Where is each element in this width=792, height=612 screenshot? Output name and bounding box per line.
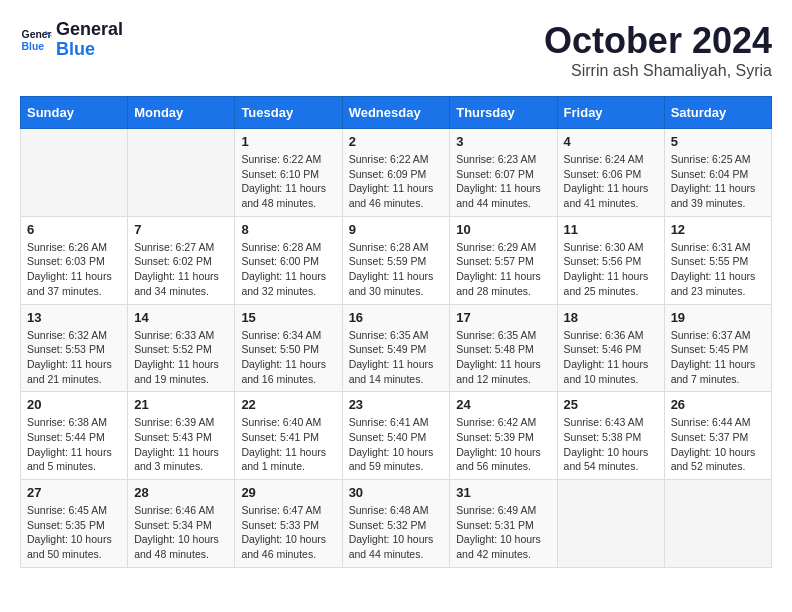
day-detail: Sunrise: 6:29 AM Sunset: 5:57 PM Dayligh… (456, 240, 550, 299)
day-detail: Sunrise: 6:28 AM Sunset: 5:59 PM Dayligh… (349, 240, 444, 299)
svg-text:Blue: Blue (22, 40, 45, 51)
title-block: October 2024 Sirrin ash Shamaliyah, Syri… (544, 20, 772, 80)
day-number: 29 (241, 485, 335, 500)
day-number: 3 (456, 134, 550, 149)
day-number: 25 (564, 397, 658, 412)
day-detail: Sunrise: 6:48 AM Sunset: 5:32 PM Dayligh… (349, 503, 444, 562)
day-number: 21 (134, 397, 228, 412)
calendar-cell (128, 129, 235, 217)
calendar-cell: 29Sunrise: 6:47 AM Sunset: 5:33 PM Dayli… (235, 480, 342, 568)
logo-text-general: General (56, 20, 123, 40)
day-number: 18 (564, 310, 658, 325)
calendar-cell: 3Sunrise: 6:23 AM Sunset: 6:07 PM Daylig… (450, 129, 557, 217)
calendar-header-row: SundayMondayTuesdayWednesdayThursdayFrid… (21, 97, 772, 129)
day-detail: Sunrise: 6:37 AM Sunset: 5:45 PM Dayligh… (671, 328, 765, 387)
calendar-cell: 27Sunrise: 6:45 AM Sunset: 5:35 PM Dayli… (21, 480, 128, 568)
calendar-cell: 4Sunrise: 6:24 AM Sunset: 6:06 PM Daylig… (557, 129, 664, 217)
page-header: General Blue General Blue October 2024 S… (20, 20, 772, 80)
day-detail: Sunrise: 6:49 AM Sunset: 5:31 PM Dayligh… (456, 503, 550, 562)
day-detail: Sunrise: 6:41 AM Sunset: 5:40 PM Dayligh… (349, 415, 444, 474)
day-detail: Sunrise: 6:43 AM Sunset: 5:38 PM Dayligh… (564, 415, 658, 474)
day-number: 31 (456, 485, 550, 500)
day-number: 14 (134, 310, 228, 325)
calendar-cell: 10Sunrise: 6:29 AM Sunset: 5:57 PM Dayli… (450, 216, 557, 304)
location-subtitle: Sirrin ash Shamaliyah, Syria (544, 62, 772, 80)
day-number: 30 (349, 485, 444, 500)
day-detail: Sunrise: 6:46 AM Sunset: 5:34 PM Dayligh… (134, 503, 228, 562)
day-number: 24 (456, 397, 550, 412)
calendar-cell: 25Sunrise: 6:43 AM Sunset: 5:38 PM Dayli… (557, 392, 664, 480)
calendar-cell: 12Sunrise: 6:31 AM Sunset: 5:55 PM Dayli… (664, 216, 771, 304)
day-detail: Sunrise: 6:28 AM Sunset: 6:00 PM Dayligh… (241, 240, 335, 299)
day-detail: Sunrise: 6:47 AM Sunset: 5:33 PM Dayligh… (241, 503, 335, 562)
day-number: 6 (27, 222, 121, 237)
weekday-header: Friday (557, 97, 664, 129)
day-detail: Sunrise: 6:45 AM Sunset: 5:35 PM Dayligh… (27, 503, 121, 562)
calendar-cell: 18Sunrise: 6:36 AM Sunset: 5:46 PM Dayli… (557, 304, 664, 392)
weekday-header: Thursday (450, 97, 557, 129)
day-detail: Sunrise: 6:22 AM Sunset: 6:10 PM Dayligh… (241, 152, 335, 211)
day-number: 8 (241, 222, 335, 237)
day-detail: Sunrise: 6:26 AM Sunset: 6:03 PM Dayligh… (27, 240, 121, 299)
svg-text:General: General (22, 29, 52, 40)
calendar-cell: 14Sunrise: 6:33 AM Sunset: 5:52 PM Dayli… (128, 304, 235, 392)
calendar-cell: 28Sunrise: 6:46 AM Sunset: 5:34 PM Dayli… (128, 480, 235, 568)
calendar-cell: 19Sunrise: 6:37 AM Sunset: 5:45 PM Dayli… (664, 304, 771, 392)
calendar-cell: 5Sunrise: 6:25 AM Sunset: 6:04 PM Daylig… (664, 129, 771, 217)
calendar-cell: 8Sunrise: 6:28 AM Sunset: 6:00 PM Daylig… (235, 216, 342, 304)
logo: General Blue General Blue (20, 20, 123, 60)
day-number: 13 (27, 310, 121, 325)
day-number: 5 (671, 134, 765, 149)
calendar-cell: 7Sunrise: 6:27 AM Sunset: 6:02 PM Daylig… (128, 216, 235, 304)
calendar-cell: 21Sunrise: 6:39 AM Sunset: 5:43 PM Dayli… (128, 392, 235, 480)
day-number: 23 (349, 397, 444, 412)
calendar-cell: 24Sunrise: 6:42 AM Sunset: 5:39 PM Dayli… (450, 392, 557, 480)
calendar-cell (21, 129, 128, 217)
day-detail: Sunrise: 6:38 AM Sunset: 5:44 PM Dayligh… (27, 415, 121, 474)
weekday-header: Tuesday (235, 97, 342, 129)
day-number: 12 (671, 222, 765, 237)
weekday-header: Monday (128, 97, 235, 129)
month-title: October 2024 (544, 20, 772, 62)
day-detail: Sunrise: 6:44 AM Sunset: 5:37 PM Dayligh… (671, 415, 765, 474)
calendar-cell (664, 480, 771, 568)
day-number: 2 (349, 134, 444, 149)
day-number: 16 (349, 310, 444, 325)
calendar-cell: 6Sunrise: 6:26 AM Sunset: 6:03 PM Daylig… (21, 216, 128, 304)
day-number: 27 (27, 485, 121, 500)
day-detail: Sunrise: 6:31 AM Sunset: 5:55 PM Dayligh… (671, 240, 765, 299)
day-detail: Sunrise: 6:32 AM Sunset: 5:53 PM Dayligh… (27, 328, 121, 387)
calendar-cell (557, 480, 664, 568)
calendar-cell: 26Sunrise: 6:44 AM Sunset: 5:37 PM Dayli… (664, 392, 771, 480)
day-number: 9 (349, 222, 444, 237)
day-detail: Sunrise: 6:22 AM Sunset: 6:09 PM Dayligh… (349, 152, 444, 211)
day-number: 19 (671, 310, 765, 325)
day-number: 10 (456, 222, 550, 237)
calendar-cell: 1Sunrise: 6:22 AM Sunset: 6:10 PM Daylig… (235, 129, 342, 217)
calendar-cell: 13Sunrise: 6:32 AM Sunset: 5:53 PM Dayli… (21, 304, 128, 392)
calendar-cell: 11Sunrise: 6:30 AM Sunset: 5:56 PM Dayli… (557, 216, 664, 304)
day-detail: Sunrise: 6:40 AM Sunset: 5:41 PM Dayligh… (241, 415, 335, 474)
day-number: 4 (564, 134, 658, 149)
calendar-week-row: 27Sunrise: 6:45 AM Sunset: 5:35 PM Dayli… (21, 480, 772, 568)
day-detail: Sunrise: 6:24 AM Sunset: 6:06 PM Dayligh… (564, 152, 658, 211)
calendar-cell: 31Sunrise: 6:49 AM Sunset: 5:31 PM Dayli… (450, 480, 557, 568)
calendar-cell: 15Sunrise: 6:34 AM Sunset: 5:50 PM Dayli… (235, 304, 342, 392)
day-number: 20 (27, 397, 121, 412)
logo-icon: General Blue (20, 24, 52, 56)
day-number: 1 (241, 134, 335, 149)
calendar-week-row: 6Sunrise: 6:26 AM Sunset: 6:03 PM Daylig… (21, 216, 772, 304)
day-detail: Sunrise: 6:35 AM Sunset: 5:49 PM Dayligh… (349, 328, 444, 387)
calendar-cell: 22Sunrise: 6:40 AM Sunset: 5:41 PM Dayli… (235, 392, 342, 480)
calendar-cell: 30Sunrise: 6:48 AM Sunset: 5:32 PM Dayli… (342, 480, 450, 568)
day-number: 26 (671, 397, 765, 412)
day-detail: Sunrise: 6:34 AM Sunset: 5:50 PM Dayligh… (241, 328, 335, 387)
calendar-cell: 23Sunrise: 6:41 AM Sunset: 5:40 PM Dayli… (342, 392, 450, 480)
logo-text-blue: Blue (56, 40, 123, 60)
calendar-cell: 2Sunrise: 6:22 AM Sunset: 6:09 PM Daylig… (342, 129, 450, 217)
day-detail: Sunrise: 6:35 AM Sunset: 5:48 PM Dayligh… (456, 328, 550, 387)
day-detail: Sunrise: 6:27 AM Sunset: 6:02 PM Dayligh… (134, 240, 228, 299)
weekday-header: Sunday (21, 97, 128, 129)
calendar-cell: 20Sunrise: 6:38 AM Sunset: 5:44 PM Dayli… (21, 392, 128, 480)
weekday-header: Wednesday (342, 97, 450, 129)
